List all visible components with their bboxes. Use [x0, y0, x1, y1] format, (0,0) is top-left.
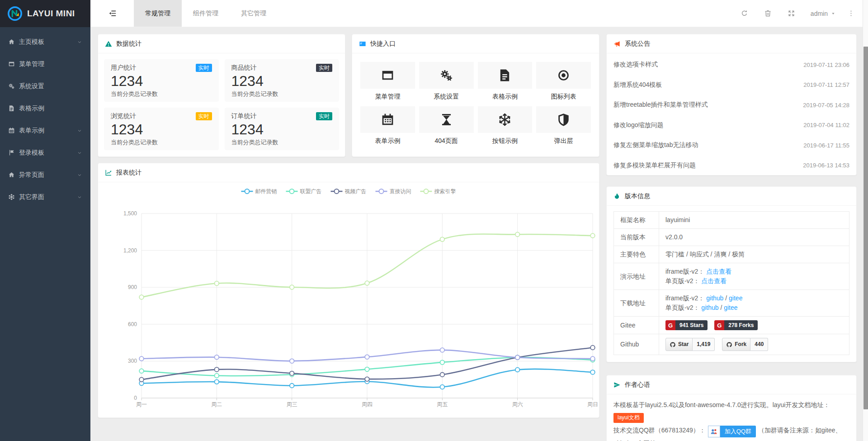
quick-link-label: 404页面 [419, 137, 474, 145]
panel-header: 作者心语 [607, 375, 856, 394]
sidebar-item[interactable]: 异常页面 [0, 164, 90, 186]
announcement-item[interactable]: 修改logo缩放问题 2019-07-04 11:02 [613, 115, 849, 136]
snowflake-icon [8, 194, 15, 200]
right-column: 系统公告 修改选项卡样式 2019-07-11 23:06 新增系统404模板 … [606, 34, 857, 434]
panel-header: 系统公告 [607, 34, 856, 53]
sidebar-collapse-button[interactable] [90, 0, 134, 27]
quick-link[interactable]: 弹出层 [536, 106, 591, 145]
window-icon [381, 68, 395, 82]
sidebar-item[interactable]: 表格示例 [0, 97, 90, 119]
row-label: Github [614, 334, 659, 355]
logo-text: LAYUI MINI [27, 9, 75, 19]
scrollbar-thumb[interactable] [863, 47, 868, 409]
quick-link-label: 表格示例 [478, 93, 533, 101]
quick-link-label: 按钮示例 [478, 137, 533, 145]
announcement-item[interactable]: 修复左侧菜单缩放tab无法移动 2019-06-17 11:55 [613, 135, 849, 156]
svg-text:周一: 周一 [136, 401, 147, 408]
sidebar-item[interactable]: 登录模板 [0, 142, 90, 164]
svg-text:视频广告: 视频广告 [344, 188, 367, 194]
calendar-icon [8, 127, 15, 134]
quick-link[interactable]: 按钮示例 [478, 106, 533, 145]
trash-icon [764, 9, 772, 17]
stat-card: 商品统计 实时 1234 当前分类总记录数 [225, 59, 340, 102]
panel-title: 作者心语 [625, 381, 650, 389]
page-tab[interactable]: 常规管理 [134, 0, 182, 27]
clear-cache-button[interactable] [756, 0, 780, 27]
panel-title: 系统公告 [625, 40, 650, 48]
download-github-link[interactable]: github [701, 304, 718, 311]
gitee-forks-badge[interactable]: G 278 Forks [714, 320, 758, 330]
page-tab[interactable]: 其它管理 [230, 0, 278, 27]
github-star-button[interactable]: Star 1,419 [665, 338, 715, 351]
join-qq-group-button[interactable]: 加入QQ群 [708, 426, 756, 437]
quick-link-label: 菜单管理 [360, 93, 415, 101]
shield-icon [557, 113, 571, 127]
panel-header: 数据统计 [98, 34, 345, 53]
announcement-item[interactable]: 修复多模块菜单栏展开有问题 2019-06-13 14:53 [613, 156, 849, 176]
refresh-button[interactable] [733, 0, 756, 27]
sidebar-item[interactable]: 表单示例 [0, 119, 90, 142]
qq-people-icon [710, 427, 718, 436]
page-tab[interactable]: 组件管理 [182, 0, 230, 27]
download-gitee-link[interactable]: gitee [729, 294, 742, 302]
download-gitee-link[interactable]: gitee [724, 304, 737, 311]
author-words-panel: 作者心语 本模板基于layui2.5.4以及font-awesome-4.7.0… [606, 375, 857, 441]
sidebar-item[interactable]: 其它界面 [0, 186, 90, 208]
demo-spa-link[interactable]: 点击查看 [701, 277, 726, 285]
sidebar-item[interactable]: 系统设置 [0, 75, 90, 97]
page-scrollbar [863, 0, 868, 441]
quick-link[interactable]: 图标列表 [536, 62, 591, 101]
announcement-date: 2019-07-04 11:02 [803, 122, 849, 128]
gitee-icon: G [665, 320, 675, 330]
stat-value: 1234 [231, 72, 333, 90]
stat-card: 浏览统计 实时 1234 当前分类总记录数 [104, 108, 219, 150]
system-announcements-panel: 系统公告 修改选项卡样式 2019-07-11 23:06 新增系统404模板 … [606, 34, 857, 175]
more-menu-button[interactable] [843, 0, 859, 27]
table-row: Gitee G 941 Stars G 278 Forks [614, 317, 849, 334]
announcement-item[interactable]: 新增treetable插件和菜单管理样式 2019-07-05 14:28 [613, 95, 849, 115]
layui-doc-badge[interactable]: layui文档 [613, 413, 644, 423]
download-github-link[interactable]: github [706, 294, 723, 302]
row-label: 框架名称 [614, 212, 659, 229]
flag-icon [8, 149, 15, 156]
announcement-text: 修复左侧菜单缩放tab无法移动 [613, 141, 698, 149]
row-label: 下载地址 [614, 290, 659, 317]
svg-text:周三: 周三 [287, 401, 297, 408]
sidebar: LAYUI MINI 主页模板 菜单管理 系统设置 表格示例 表单示例 登录模板… [0, 0, 90, 441]
sidebar-item[interactable]: 主页模板 [0, 31, 90, 53]
github-fork-button[interactable]: Fork 440 [722, 338, 768, 351]
row-value: v2.0.0 [659, 229, 849, 246]
quick-link[interactable]: 菜单管理 [360, 62, 415, 101]
quick-link[interactable]: 404页面 [419, 106, 474, 145]
sidebar-item[interactable]: 菜单管理 [0, 53, 90, 75]
stat-description: 当前分类总记录数 [111, 138, 212, 147]
panel-title: 快捷入口 [370, 40, 396, 48]
quick-link-label: 弹出层 [536, 137, 591, 145]
row-label: 当前版本 [614, 229, 659, 246]
row-value: 零门槛 / 响应式 / 清爽 / 极简 [659, 246, 849, 263]
quick-link[interactable]: 表格示例 [478, 62, 533, 101]
svg-text:600: 600 [128, 321, 137, 327]
announcement-item[interactable]: 修改选项卡样式 2019-07-11 23:06 [613, 55, 849, 75]
svg-text:周日: 周日 [587, 401, 598, 408]
stat-title: 浏览统计 [111, 112, 136, 120]
quick-link[interactable]: 系统设置 [419, 62, 474, 101]
gitee-stars-badge[interactable]: G 941 Stars [665, 320, 708, 330]
github-fork-count: 440 [750, 338, 768, 351]
window-icon [8, 61, 15, 67]
announcement-text: 修复多模块菜单栏展开有问题 [613, 161, 696, 170]
user-menu[interactable]: admin [803, 0, 843, 27]
announcement-item[interactable]: 新增系统404模板 2019-07-11 12:57 [613, 75, 849, 95]
announcement-text: 新增treetable插件和菜单管理样式 [613, 101, 708, 109]
fullscreen-button[interactable] [780, 0, 803, 27]
file-text-icon [8, 105, 15, 112]
announcement-date: 2019-07-05 14:28 [803, 102, 849, 109]
calendar-icon [381, 113, 395, 127]
demo-iframe-link[interactable]: 点击查看 [706, 268, 731, 275]
table-row: 当前版本 v2.0.0 [614, 229, 849, 246]
stat-description: 当前分类总记录数 [231, 138, 333, 147]
announcement-date: 2019-06-13 14:53 [803, 162, 849, 169]
quick-link[interactable]: 表单示例 [360, 106, 415, 145]
row-label: 演示地址 [614, 263, 659, 290]
quick-links: 菜单管理 系统设置 表格示例 图标列表 表单示例 404页面 按钮示例 弹出层 [352, 53, 599, 151]
